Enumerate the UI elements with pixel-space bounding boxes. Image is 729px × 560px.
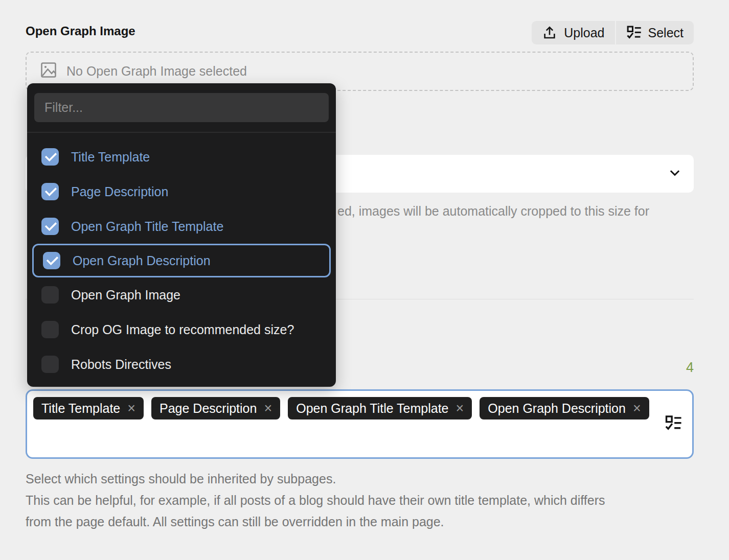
selection-counter: 4	[686, 360, 694, 376]
option-og-description[interactable]: Open Graph Description	[32, 244, 331, 277]
option-title-template[interactable]: Title Template	[27, 139, 336, 174]
checkbox-checked[interactable]	[41, 218, 59, 235]
option-label: Robots Directives	[71, 357, 171, 372]
select-button-label: Select	[648, 26, 684, 40]
tag-label: Open Graph Description	[488, 401, 626, 416]
checklist-icon	[665, 426, 682, 434]
panel-divider	[27, 132, 336, 133]
option-page-description[interactable]: Page Description	[27, 174, 336, 209]
help-line: This can be helpful, for example, if all…	[26, 489, 605, 511]
tag-og-title-template: Open Graph Title Template ×	[288, 397, 472, 419]
upload-button-label: Upload	[564, 26, 604, 40]
option-label: Open Graph Image	[71, 288, 180, 302]
tag-title-template: Title Template ×	[33, 397, 144, 419]
field-label-open-graph-image: Open Graph Image	[26, 24, 135, 38]
filter-input[interactable]	[34, 93, 329, 122]
option-crop-og-image[interactable]: Crop OG Image to recommended size?	[27, 312, 336, 347]
checkbox-checked[interactable]	[43, 252, 60, 269]
option-og-title-template[interactable]: Open Graph Title Template	[27, 209, 336, 244]
tag-label: Page Description	[160, 401, 257, 416]
tag-page-description: Page Description ×	[151, 397, 280, 419]
multiselect-toggle-button[interactable]	[665, 415, 682, 434]
image-icon	[39, 61, 58, 82]
multiselect-dropdown-panel: Title Template Page Description Open Gra…	[27, 83, 336, 387]
checkbox-unchecked[interactable]	[41, 356, 59, 373]
remove-tag-icon[interactable]: ×	[264, 402, 272, 415]
remove-tag-icon[interactable]: ×	[456, 402, 464, 415]
option-label: Crop OG Image to recommended size?	[71, 322, 294, 337]
tag-label: Title Template	[41, 401, 120, 416]
chevron-down-icon	[667, 165, 682, 182]
checkbox-checked[interactable]	[41, 183, 59, 200]
og-image-actions: Upload Select	[532, 21, 694, 44]
option-label: Page Description	[71, 184, 168, 199]
checkbox-unchecked[interactable]	[41, 321, 59, 338]
help-line: from the page default. All settings can …	[26, 511, 605, 532]
option-label: Title Template	[71, 150, 150, 165]
checkbox-unchecked[interactable]	[41, 286, 59, 304]
inherit-settings-multiselect[interactable]: Title Template × Page Description × Open…	[26, 389, 694, 459]
option-og-image[interactable]: Open Graph Image	[27, 277, 336, 312]
option-label: Open Graph Description	[73, 253, 211, 268]
option-label: Open Graph Title Template	[71, 219, 223, 234]
upload-button[interactable]: Upload	[532, 21, 614, 44]
option-robots-directives[interactable]: Robots Directives	[27, 347, 336, 382]
crop-help-text: ed, images will be automatically cropped…	[337, 204, 649, 219]
help-line: Select which settings should be inherite…	[26, 468, 605, 489]
dropzone-empty-text: No Open Graph Image selected	[66, 64, 247, 79]
remove-tag-icon[interactable]: ×	[127, 402, 135, 415]
remove-tag-icon[interactable]: ×	[633, 402, 641, 415]
tag-label: Open Graph Title Template	[296, 401, 448, 416]
options-list: Title Template Page Description Open Gra…	[27, 139, 336, 382]
upload-icon	[542, 25, 557, 40]
checkbox-checked[interactable]	[41, 148, 59, 166]
inherit-help-text: Select which settings should be inherite…	[26, 468, 605, 532]
select-button[interactable]: Select	[616, 21, 694, 44]
tag-og-description: Open Graph Description ×	[480, 397, 649, 419]
checklist-icon	[626, 25, 642, 40]
